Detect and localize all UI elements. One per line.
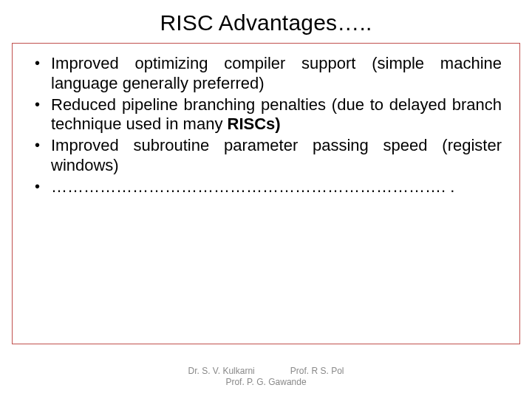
footer-name: Dr. S. V. Kulkarni xyxy=(188,366,255,376)
page-title: RISC Advantages….. xyxy=(0,0,532,40)
footer-name: Prof. P. G. Gawande xyxy=(225,377,306,387)
list-item: Reduced pipeline branching penalties (du… xyxy=(30,95,502,135)
footer-credits: Dr. S. V. KulkarniProf. R S. Pol Prof. P… xyxy=(0,366,532,387)
footer-line-2: Prof. P. G. Gawande xyxy=(0,377,532,387)
list-item: Improved subroutine parameter passing sp… xyxy=(30,136,502,176)
footer-line-1: Dr. S. V. KulkarniProf. R S. Pol xyxy=(0,366,532,376)
bullet-text-bold: RISCs) xyxy=(228,115,281,133)
list-item: Improved optimizing compiler support (si… xyxy=(30,54,502,94)
list-item: ………………………………………………………………. . xyxy=(30,177,502,197)
content-frame: Improved optimizing compiler support (si… xyxy=(12,43,520,344)
bullet-text: Improved subroutine parameter passing sp… xyxy=(51,136,502,174)
bullet-text: Improved optimizing compiler support (si… xyxy=(51,54,502,92)
footer-name: Prof. R S. Pol xyxy=(290,366,344,376)
bullet-text: ………………………………………………………………. . xyxy=(51,177,454,196)
bullet-list: Improved optimizing compiler support (si… xyxy=(30,54,502,197)
